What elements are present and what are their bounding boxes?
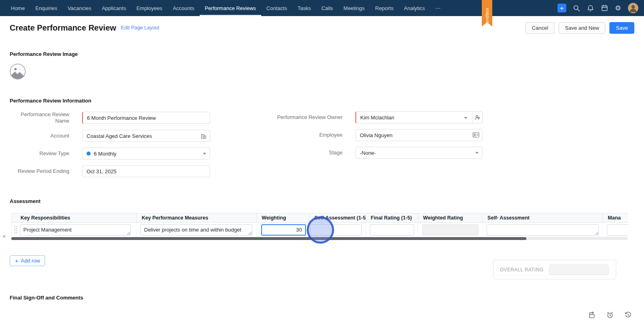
edit-page-layout-link[interactable]: Edit Page Layout [121, 25, 159, 31]
nav-item-accounts[interactable]: Accounts [167, 0, 199, 16]
owner-user-lookup-icon[interactable] [472, 111, 483, 123]
search-icon[interactable] [573, 5, 580, 12]
field-row-performance-review-name: Performance Review Name [10, 111, 210, 124]
notifications-bell-icon[interactable] [587, 4, 594, 12]
field-row-review-type: Review Type 6 Monthly [10, 148, 210, 160]
row-drag-handle-icon[interactable] [14, 226, 18, 234]
assessment-table: Key Responsibilities Key Performance Mea… [11, 213, 628, 237]
owner-control: Kim Mclachlan [355, 111, 483, 123]
column-header-manager-assessment: Mana [603, 213, 628, 222]
self-assessment-1-5-input[interactable] [310, 224, 362, 236]
quick-add-icon[interactable]: + [557, 4, 566, 12]
column-header-key-responsibilities: Key Responsibilities [12, 213, 137, 222]
nav-item-employees[interactable]: Employees [131, 0, 167, 16]
nav-item-analytics[interactable]: Analytics [399, 0, 430, 16]
nav-item-performance-reviews[interactable]: Performance Reviews [200, 0, 261, 16]
nav-item-calls[interactable]: Calls [316, 0, 338, 16]
bottom-toolbar [588, 311, 632, 319]
header-buttons: Cancel Save and New Save [525, 22, 634, 34]
owner-value: Kim Mclachlan [360, 115, 394, 121]
history-icon[interactable] [624, 311, 632, 319]
nav-item-home[interactable]: Home [6, 0, 30, 16]
field-label-performance-review-name: Performance Review Name [10, 111, 69, 124]
nav-right-icons: + ⚙ [557, 0, 638, 16]
overall-rating-input [549, 265, 609, 275]
page-header: Create Performance Review Edit Page Layo… [0, 16, 644, 39]
field-label-owner: Performance Review Owner [258, 114, 343, 121]
owner-select[interactable]: Kim Mclachlan [355, 111, 473, 123]
key-performance-measures-textarea[interactable]: Deliver projects on time and within budg… [140, 224, 252, 236]
column-header-self-assessment: Self- Assessment [483, 213, 603, 222]
review-type-color-dot [87, 152, 91, 156]
chevron-down-icon [475, 152, 479, 154]
overall-rating-panel: OVERALL RATING [493, 260, 616, 279]
field-row-review-period-ending: Review Period Ending [10, 165, 210, 177]
record-image-placeholder-icon[interactable] [10, 64, 26, 80]
nav-item-reports[interactable]: Reports [370, 0, 399, 16]
horizontal-scrollbar-track[interactable] [11, 237, 628, 240]
field-row-account: Account [10, 130, 210, 142]
section-heading-info: Performance Review Information [10, 98, 91, 104]
self-assessment-textarea[interactable] [487, 224, 599, 236]
save-button[interactable]: Save [609, 22, 634, 34]
field-label-review-type: Review Type [10, 150, 69, 157]
nav-item-vacancies[interactable]: Vacancies [62, 0, 97, 16]
nav-item-enquiries[interactable]: Enquiries [30, 0, 62, 16]
form-right-column: Performance Review Owner Kim Mclachlan E… [258, 111, 483, 164]
add-row-button[interactable]: + Add row [10, 255, 45, 266]
account-lookup-icon[interactable] [200, 133, 207, 139]
field-row-employee: Employee [258, 129, 483, 141]
nav-item-contacts[interactable]: Contacts [261, 0, 292, 16]
account-lookup-input[interactable] [82, 130, 210, 142]
stage-select[interactable]: -None- [355, 147, 483, 159]
chevron-down-icon [464, 117, 467, 119]
key-responsibilities-textarea[interactable]: Project Management [20, 224, 131, 236]
column-header-weighted-rating: Weighted Rating [418, 213, 483, 222]
copy-icon[interactable] [588, 311, 596, 319]
field-label-stage: Stage [258, 150, 343, 156]
calendar-icon[interactable] [601, 4, 608, 12]
field-label-review-period-ending: Review Period Ending [10, 168, 69, 174]
final-rating-1-5-input[interactable] [370, 224, 414, 236]
review-type-value: 6 Monthly [94, 151, 116, 157]
stage-value: -None- [360, 150, 376, 156]
horizontal-scrollbar-thumb[interactable] [11, 237, 526, 240]
assessment-table-row: Project Management Deliver projects on t… [11, 223, 628, 237]
weighted-rating-input [422, 224, 479, 236]
user-avatar[interactable] [628, 3, 638, 13]
plus-icon: + [15, 258, 19, 264]
delete-row-icon[interactable]: × [2, 233, 6, 239]
save-and-new-button[interactable]: Save and New [559, 22, 606, 34]
nav-item-meetings[interactable]: Meetings [338, 0, 370, 16]
column-header-final-rating-1-5: Final Rating (1-5) [366, 213, 418, 222]
nav-tabs: Home Enquiries Vacancies Applicants Empl… [6, 0, 446, 16]
section-heading-final-signoff: Final Sign-Off and Comments [10, 295, 83, 301]
alarm-clock-icon[interactable] [606, 311, 614, 319]
review-period-ending-input[interactable] [82, 165, 210, 177]
employee-lookup-input[interactable] [355, 129, 483, 141]
field-label-account: Account [10, 133, 69, 139]
performance-review-name-input[interactable] [82, 112, 210, 124]
field-row-owner: Performance Review Owner Kim Mclachlan [258, 111, 483, 123]
field-row-stage: Stage -None- [258, 147, 483, 159]
section-heading-assessment: Assessment [10, 198, 41, 204]
employee-lookup-icon[interactable] [473, 132, 479, 138]
chevron-down-icon [203, 153, 206, 155]
nav-item-applicants[interactable]: Applicants [97, 0, 131, 16]
column-header-key-performance-measures: Key Performance Measures [137, 213, 257, 222]
weighting-input[interactable] [261, 224, 306, 236]
top-navigation: Home Enquiries Vacancies Applicants Empl… [0, 0, 644, 16]
manager-assessment-input[interactable] [607, 224, 628, 236]
form-left-column: Performance Review Name Account Review T… [10, 111, 210, 183]
review-type-select[interactable]: 6 Monthly [82, 148, 210, 160]
field-label-employee: Employee [258, 132, 343, 138]
column-header-weighting: Weighting [257, 213, 310, 222]
section-heading-image: Performance Review Image [10, 51, 78, 57]
settings-gear-icon[interactable]: ⚙ [615, 5, 621, 12]
cancel-button[interactable]: Cancel [525, 22, 554, 34]
overall-rating-label: OVERALL RATING [500, 267, 543, 273]
add-row-label: Add row [21, 258, 40, 264]
assessment-table-header: Key Responsibilities Key Performance Mea… [11, 213, 628, 223]
nav-more-icon[interactable]: ⋯ [430, 0, 446, 16]
nav-item-tasks[interactable]: Tasks [292, 0, 316, 16]
